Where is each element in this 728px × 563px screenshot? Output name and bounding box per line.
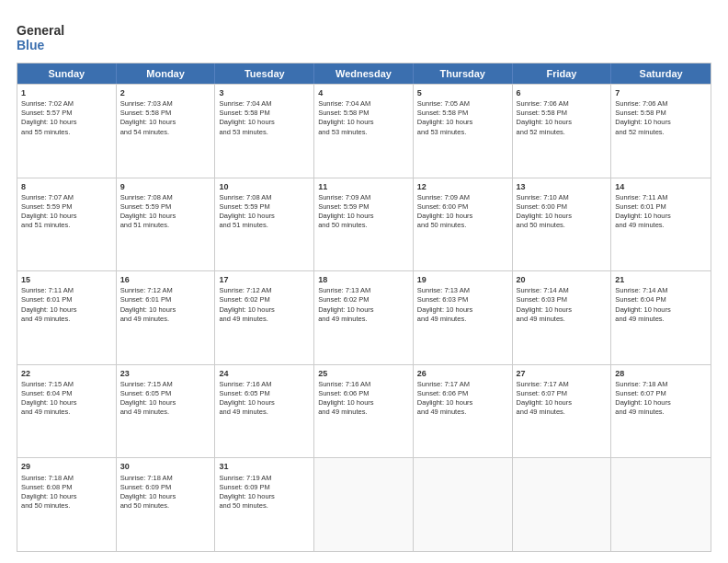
calendar-cell-2-7: 14Sunrise: 7:11 AM Sunset: 6:01 PM Dayli… xyxy=(611,178,711,271)
day-number: 8 xyxy=(21,181,112,192)
calendar-cell-3-7: 21Sunrise: 7:14 AM Sunset: 6:04 PM Dayli… xyxy=(611,271,711,364)
day-info: Sunrise: 7:16 AM Sunset: 6:05 PM Dayligh… xyxy=(219,380,310,418)
calendar-header-row: Sunday Monday Tuesday Wednesday Thursday… xyxy=(17,63,711,84)
calendar-body: 1Sunrise: 7:02 AM Sunset: 5:57 PM Daylig… xyxy=(17,84,711,551)
day-number: 25 xyxy=(318,368,409,379)
calendar-cell-3-1: 15Sunrise: 7:11 AM Sunset: 6:01 PM Dayli… xyxy=(17,271,117,364)
day-info: Sunrise: 7:15 AM Sunset: 6:05 PM Dayligh… xyxy=(120,380,211,418)
calendar-row-5: 29Sunrise: 7:18 AM Sunset: 6:08 PM Dayli… xyxy=(17,457,711,551)
calendar-cell-1-4: 4Sunrise: 7:04 AM Sunset: 5:58 PM Daylig… xyxy=(314,85,414,178)
day-number: 5 xyxy=(417,87,508,98)
day-info: Sunrise: 7:08 AM Sunset: 5:59 PM Dayligh… xyxy=(219,193,310,231)
calendar-cell-5-1: 29Sunrise: 7:18 AM Sunset: 6:08 PM Dayli… xyxy=(17,458,117,551)
day-number: 19 xyxy=(417,274,508,285)
day-number: 10 xyxy=(219,181,310,192)
day-number: 11 xyxy=(318,181,409,192)
day-number: 4 xyxy=(318,87,409,98)
calendar-cell-5-3: 31Sunrise: 7:19 AM Sunset: 6:09 PM Dayli… xyxy=(215,458,314,551)
calendar-cell-2-4: 11Sunrise: 7:09 AM Sunset: 5:59 PM Dayli… xyxy=(314,178,414,271)
calendar-cell-4-3: 24Sunrise: 7:16 AM Sunset: 6:05 PM Dayli… xyxy=(215,365,314,458)
header-tuesday: Tuesday xyxy=(215,63,314,84)
calendar-cell-3-4: 18Sunrise: 7:13 AM Sunset: 6:02 PM Dayli… xyxy=(314,271,414,364)
calendar-cell-5-6 xyxy=(513,458,612,551)
day-info: Sunrise: 7:04 AM Sunset: 5:58 PM Dayligh… xyxy=(318,99,409,137)
calendar-cell-2-3: 10Sunrise: 7:08 AM Sunset: 5:59 PM Dayli… xyxy=(215,178,314,271)
day-number: 6 xyxy=(517,87,608,98)
calendar-cell-4-4: 25Sunrise: 7:16 AM Sunset: 6:06 PM Dayli… xyxy=(314,365,414,458)
day-number: 31 xyxy=(219,461,310,472)
calendar-row-2: 8Sunrise: 7:07 AM Sunset: 5:59 PM Daylig… xyxy=(17,178,711,271)
day-number: 30 xyxy=(120,461,211,472)
day-number: 14 xyxy=(615,181,707,192)
calendar-cell-3-6: 20Sunrise: 7:14 AM Sunset: 6:03 PM Dayli… xyxy=(513,271,612,364)
page: General Blue Sunday Monday Tuesday Wedne… xyxy=(0,0,728,563)
day-info: Sunrise: 7:08 AM Sunset: 5:59 PM Dayligh… xyxy=(120,193,211,231)
calendar: Sunday Monday Tuesday Wednesday Thursday… xyxy=(17,63,711,552)
header-saturday: Saturday xyxy=(611,63,711,84)
day-info: Sunrise: 7:06 AM Sunset: 5:58 PM Dayligh… xyxy=(615,99,707,137)
calendar-cell-4-5: 26Sunrise: 7:17 AM Sunset: 6:06 PM Dayli… xyxy=(414,365,513,458)
calendar-cell-2-5: 12Sunrise: 7:09 AM Sunset: 6:00 PM Dayli… xyxy=(414,178,513,271)
calendar-cell-1-1: 1Sunrise: 7:02 AM Sunset: 5:57 PM Daylig… xyxy=(17,85,117,178)
day-info: Sunrise: 7:13 AM Sunset: 6:03 PM Dayligh… xyxy=(417,286,508,324)
calendar-cell-3-5: 19Sunrise: 7:13 AM Sunset: 6:03 PM Dayli… xyxy=(414,271,513,364)
day-info: Sunrise: 7:07 AM Sunset: 5:59 PM Dayligh… xyxy=(21,193,112,231)
day-info: Sunrise: 7:13 AM Sunset: 6:02 PM Dayligh… xyxy=(318,286,409,324)
day-number: 2 xyxy=(120,87,211,98)
calendar-cell-5-2: 30Sunrise: 7:18 AM Sunset: 6:09 PM Dayli… xyxy=(117,458,216,551)
header-wednesday: Wednesday xyxy=(314,63,414,84)
day-info: Sunrise: 7:09 AM Sunset: 5:59 PM Dayligh… xyxy=(318,193,409,231)
calendar-cell-1-6: 6Sunrise: 7:06 AM Sunset: 5:58 PM Daylig… xyxy=(513,85,612,178)
day-number: 26 xyxy=(417,368,508,379)
header-monday: Monday xyxy=(117,63,216,84)
calendar-cell-2-6: 13Sunrise: 7:10 AM Sunset: 6:00 PM Dayli… xyxy=(513,178,612,271)
calendar-cell-2-2: 9Sunrise: 7:08 AM Sunset: 5:59 PM Daylig… xyxy=(117,178,216,271)
calendar-row-3: 15Sunrise: 7:11 AM Sunset: 6:01 PM Dayli… xyxy=(17,270,711,364)
day-info: Sunrise: 7:14 AM Sunset: 6:03 PM Dayligh… xyxy=(517,286,608,324)
logo-svg: General Blue xyxy=(17,20,81,55)
calendar-cell-3-3: 17Sunrise: 7:12 AM Sunset: 6:02 PM Dayli… xyxy=(215,271,314,364)
day-info: Sunrise: 7:05 AM Sunset: 5:58 PM Dayligh… xyxy=(417,99,508,137)
day-info: Sunrise: 7:17 AM Sunset: 6:07 PM Dayligh… xyxy=(517,380,608,418)
day-number: 3 xyxy=(219,87,310,98)
day-info: Sunrise: 7:17 AM Sunset: 6:06 PM Dayligh… xyxy=(417,380,508,418)
day-info: Sunrise: 7:03 AM Sunset: 5:58 PM Dayligh… xyxy=(120,99,211,137)
day-number: 9 xyxy=(120,181,211,192)
day-number: 1 xyxy=(21,87,112,98)
day-info: Sunrise: 7:14 AM Sunset: 6:04 PM Dayligh… xyxy=(615,286,707,324)
svg-text:General: General xyxy=(17,23,64,38)
day-info: Sunrise: 7:12 AM Sunset: 6:02 PM Dayligh… xyxy=(219,286,310,324)
header: General Blue xyxy=(17,17,711,55)
day-info: Sunrise: 7:16 AM Sunset: 6:06 PM Dayligh… xyxy=(318,380,409,418)
day-info: Sunrise: 7:18 AM Sunset: 6:08 PM Dayligh… xyxy=(21,474,112,511)
day-number: 15 xyxy=(21,274,112,285)
calendar-cell-4-7: 28Sunrise: 7:18 AM Sunset: 6:07 PM Dayli… xyxy=(611,365,711,458)
calendar-cell-1-5: 5Sunrise: 7:05 AM Sunset: 5:58 PM Daylig… xyxy=(414,85,513,178)
header-sunday: Sunday xyxy=(17,63,117,84)
calendar-cell-4-6: 27Sunrise: 7:17 AM Sunset: 6:07 PM Dayli… xyxy=(513,365,612,458)
calendar-cell-4-2: 23Sunrise: 7:15 AM Sunset: 6:05 PM Dayli… xyxy=(117,365,216,458)
day-number: 22 xyxy=(21,368,112,379)
calendar-cell-1-2: 2Sunrise: 7:03 AM Sunset: 5:58 PM Daylig… xyxy=(117,85,216,178)
day-number: 23 xyxy=(120,368,211,379)
header-friday: Friday xyxy=(513,63,612,84)
day-number: 12 xyxy=(417,181,508,192)
day-number: 17 xyxy=(219,274,310,285)
day-number: 18 xyxy=(318,274,409,285)
day-number: 13 xyxy=(517,181,608,192)
day-info: Sunrise: 7:10 AM Sunset: 6:00 PM Dayligh… xyxy=(517,193,608,231)
day-info: Sunrise: 7:18 AM Sunset: 6:09 PM Dayligh… xyxy=(120,474,211,511)
day-number: 7 xyxy=(615,87,707,98)
logo: General Blue xyxy=(17,20,81,55)
day-number: 29 xyxy=(21,461,112,472)
calendar-cell-4-1: 22Sunrise: 7:15 AM Sunset: 6:04 PM Dayli… xyxy=(17,365,117,458)
day-info: Sunrise: 7:12 AM Sunset: 6:01 PM Dayligh… xyxy=(120,286,211,324)
day-info: Sunrise: 7:09 AM Sunset: 6:00 PM Dayligh… xyxy=(417,193,508,231)
calendar-cell-1-3: 3Sunrise: 7:04 AM Sunset: 5:58 PM Daylig… xyxy=(215,85,314,178)
day-info: Sunrise: 7:02 AM Sunset: 5:57 PM Dayligh… xyxy=(21,99,112,137)
svg-marker-3 xyxy=(77,22,81,29)
day-number: 16 xyxy=(120,274,211,285)
calendar-cell-5-4 xyxy=(314,458,414,551)
day-number: 28 xyxy=(615,368,707,379)
day-info: Sunrise: 7:15 AM Sunset: 6:04 PM Dayligh… xyxy=(21,380,112,418)
